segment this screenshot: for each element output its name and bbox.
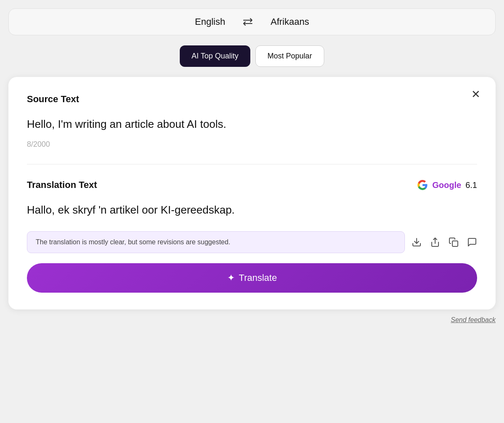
translation-text-label: Translation Text <box>27 180 97 190</box>
download-button[interactable] <box>412 237 422 247</box>
target-language-selector[interactable]: Afrikaans <box>270 16 309 27</box>
translation-meta: Google 6.1 <box>417 180 477 190</box>
translation-score: 6.1 <box>465 180 477 190</box>
source-section: Source Text Hello, I'm writing an articl… <box>27 94 477 149</box>
translation-header: Translation Text Google 6.1 <box>27 180 477 190</box>
google-icon <box>417 180 428 190</box>
comment-button[interactable] <box>467 237 477 247</box>
comment-icon <box>467 237 477 247</box>
download-icon <box>412 237 422 247</box>
language-bar: English Afrikaans <box>8 8 496 35</box>
translate-button[interactable]: ✦ Translate <box>27 263 477 293</box>
svg-rect-2 <box>452 241 458 246</box>
copy-button[interactable] <box>449 237 459 247</box>
close-icon: ✕ <box>471 88 480 100</box>
char-count: 8/2000 <box>27 140 477 149</box>
bottom-row: The translation is mostly clear, but som… <box>27 231 477 253</box>
suggestion-text: The translation is mostly clear, but som… <box>27 231 405 253</box>
source-text-label: Source Text <box>27 94 477 105</box>
translate-button-label: Translate <box>239 272 277 283</box>
swap-languages-button[interactable] <box>242 17 254 27</box>
translation-text-content: Hallo, ek skryf 'n artikel oor KI-gereed… <box>27 202 477 217</box>
translation-section: Translation Text Google 6.1 Hallo, ek sk… <box>27 180 477 253</box>
send-feedback-area: Send feedback <box>8 316 496 324</box>
send-feedback-button[interactable]: Send feedback <box>451 316 496 324</box>
close-button[interactable]: ✕ <box>471 89 480 100</box>
source-text-content[interactable]: Hello, I'm writing an article about AI t… <box>27 116 477 132</box>
share-icon <box>430 237 440 247</box>
share-button[interactable] <box>430 237 440 247</box>
copy-icon <box>449 237 459 247</box>
action-icons-group <box>412 237 477 247</box>
most-popular-button[interactable]: Most Popular <box>255 45 324 67</box>
source-language-selector[interactable]: English <box>195 16 225 27</box>
mode-buttons-group: AI Top Quality Most Popular <box>180 45 324 67</box>
sparkle-icon: ✦ <box>227 272 235 283</box>
main-card: ✕ Source Text Hello, I'm writing an arti… <box>8 77 496 309</box>
ai-top-quality-button[interactable]: AI Top Quality <box>180 45 250 67</box>
google-brand-label: Google <box>432 180 461 190</box>
section-divider <box>27 164 477 164</box>
